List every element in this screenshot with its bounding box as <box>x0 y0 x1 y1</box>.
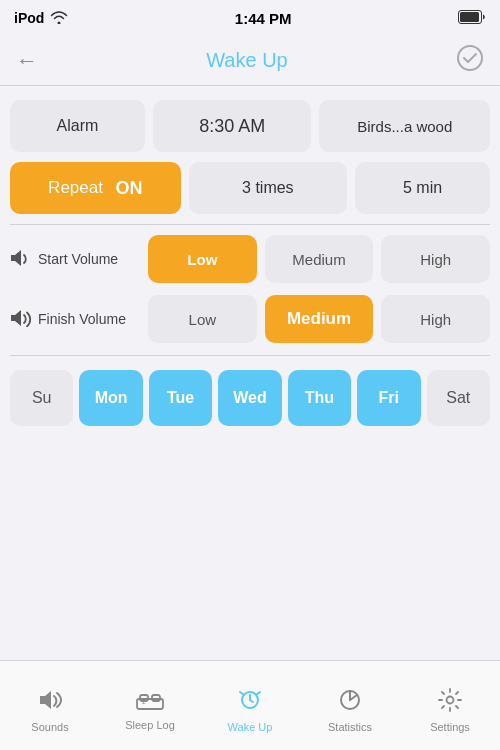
day-button-su[interactable]: Su <box>10 370 73 426</box>
start-vol-low[interactable]: Low <box>148 235 257 283</box>
finish-volume-row: Finish Volume Low Medium High <box>10 295 490 343</box>
svg-point-2 <box>458 46 482 70</box>
start-volume-row: Start Volume Low Medium High <box>10 235 490 283</box>
tab-bar: Sounds z z Sleep Log Wake Up Statistics … <box>0 660 500 750</box>
finish-volume-icon <box>10 309 32 330</box>
repeat-on-container: Repeat ON <box>48 178 142 199</box>
nav-title: Wake Up <box>206 49 288 72</box>
tab-label-wake-up: Wake Up <box>228 721 273 733</box>
repeat-label: Repeat <box>48 178 103 198</box>
tab-item-sleep-log[interactable]: z z Sleep Log <box>100 661 200 750</box>
repeat-on-label: ON <box>115 178 142 199</box>
start-vol-high[interactable]: High <box>381 235 490 283</box>
day-button-sat[interactable]: Sat <box>427 370 490 426</box>
svg-rect-8 <box>152 695 160 701</box>
finish-vol-medium[interactable]: Medium <box>265 295 374 343</box>
tab-label-settings: Settings <box>430 721 470 733</box>
repeat-row: Repeat ON 3 times 5 min <box>10 162 490 214</box>
start-volume-label-container: Start Volume <box>10 249 140 270</box>
days-section: SuMonTueWedThuFriSat <box>10 370 490 426</box>
sounds-icon <box>37 687 63 717</box>
interval-button[interactable]: 5 min <box>355 162 490 214</box>
day-button-mon[interactable]: Mon <box>79 370 142 426</box>
start-vol-medium[interactable]: Medium <box>265 235 374 283</box>
wake-up-icon <box>237 687 263 717</box>
svg-rect-1 <box>460 12 479 22</box>
finish-volume-label-container: Finish Volume <box>10 309 140 330</box>
main-content: Alarm 8:30 AM Birds...a wood Repeat ON 3… <box>0 86 500 426</box>
status-time: 1:44 PM <box>235 10 292 27</box>
wifi-icon <box>50 10 68 27</box>
tab-label-sleep-log: Sleep Log <box>125 719 175 731</box>
nav-bar: ← Wake Up <box>0 36 500 86</box>
alarm-row: Alarm 8:30 AM Birds...a wood <box>10 100 490 152</box>
svg-point-12 <box>447 696 454 703</box>
back-button[interactable]: ← <box>16 48 38 74</box>
tab-item-sounds[interactable]: Sounds <box>0 661 100 750</box>
status-right <box>458 10 486 27</box>
day-button-tue[interactable]: Tue <box>149 370 212 426</box>
finish-vol-low[interactable]: Low <box>148 295 257 343</box>
svg-marker-4 <box>11 310 21 326</box>
day-button-fri[interactable]: Fri <box>357 370 420 426</box>
day-button-thu[interactable]: Thu <box>288 370 351 426</box>
tab-label-statistics: Statistics <box>328 721 372 733</box>
battery-icon <box>458 10 486 27</box>
volume-section: Start Volume Low Medium High Finish Volu… <box>10 235 490 343</box>
start-volume-buttons: Low Medium High <box>148 235 490 283</box>
count-button[interactable]: 3 times <box>189 162 348 214</box>
tab-item-wake-up[interactable]: Wake Up <box>200 661 300 750</box>
start-volume-icon <box>10 249 32 270</box>
tab-item-settings[interactable]: Settings <box>400 661 500 750</box>
day-button-wed[interactable]: Wed <box>218 370 281 426</box>
start-volume-label: Start Volume <box>38 251 118 267</box>
status-bar: iPod 1:44 PM <box>0 0 500 36</box>
time-button[interactable]: 8:30 AM <box>153 100 312 152</box>
device-label: iPod <box>14 10 44 26</box>
settings-icon <box>437 687 463 717</box>
status-left: iPod <box>14 10 68 27</box>
tab-label-sounds: Sounds <box>31 721 68 733</box>
svg-marker-3 <box>11 250 21 266</box>
repeat-button[interactable]: Repeat ON <box>10 162 181 214</box>
finish-volume-label: Finish Volume <box>38 311 126 327</box>
statistics-icon <box>337 687 363 717</box>
check-button[interactable] <box>456 44 484 78</box>
days-row: SuMonTueWedThuFriSat <box>10 370 490 426</box>
separator-1 <box>10 224 490 225</box>
separator-2 <box>10 355 490 356</box>
tab-item-statistics[interactable]: Statistics <box>300 661 400 750</box>
sleep-log-icon: z z <box>136 689 164 715</box>
alarm-button[interactable]: Alarm <box>10 100 145 152</box>
finish-volume-buttons: Low Medium High <box>148 295 490 343</box>
svg-marker-5 <box>40 691 51 709</box>
finish-vol-high[interactable]: High <box>381 295 490 343</box>
sound-button[interactable]: Birds...a wood <box>319 100 490 152</box>
